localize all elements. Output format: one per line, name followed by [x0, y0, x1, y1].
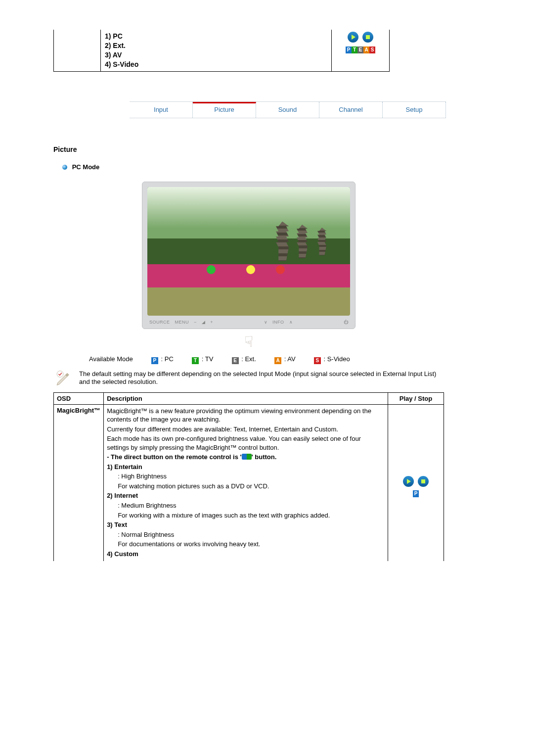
- stop-icon[interactable]: [418, 476, 429, 487]
- input-item: 4) S-Video: [105, 60, 327, 69]
- cell-playstop: P: [388, 404, 444, 561]
- section-title: Picture: [53, 145, 444, 153]
- bullet-icon: [62, 165, 67, 170]
- cell-osd: MagicBright™: [54, 404, 104, 561]
- badge-p: P: [346, 47, 352, 53]
- mode-badges: PTEAS: [336, 45, 385, 53]
- monitor-screen: [147, 187, 350, 316]
- badge-a: A: [363, 47, 369, 53]
- mode-badge-t: T: [192, 357, 199, 364]
- tab-setup[interactable]: Setup: [383, 102, 446, 118]
- remote-button-icon: [242, 454, 252, 460]
- osd-tabs: Input Picture Sound Channel Setup: [130, 101, 446, 118]
- mode-badge-a: A: [274, 357, 281, 364]
- svg-point-0: [57, 371, 63, 377]
- btn-info-label: INFO: [272, 320, 284, 325]
- input-item: 2) Ext.: [105, 41, 327, 50]
- play-stop-icons: [336, 32, 385, 44]
- hand-pointer-icon: ☟: [53, 333, 444, 350]
- btn-source-label: SOURCE: [149, 320, 170, 325]
- note: The default setting may be different dep…: [55, 370, 444, 387]
- badge-e: E: [357, 47, 363, 53]
- available-mode-legend: Available Mode P : PC T : TV E : Ext. A …: [89, 355, 444, 364]
- mode-badge-s: S: [314, 357, 321, 364]
- mode-badge-e: E: [232, 357, 239, 364]
- play-icon[interactable]: [348, 32, 358, 43]
- stop-icon[interactable]: [362, 32, 373, 43]
- sub-heading: PC Mode: [62, 163, 444, 171]
- th-playstop: Play / Stop: [388, 392, 444, 404]
- badge-p: P: [413, 490, 419, 497]
- previous-page-row-continuation: 1) PC 2) Ext. 3) AV 4) S-Video PTEAS: [53, 30, 390, 72]
- tab-sound[interactable]: Sound: [256, 102, 319, 118]
- cell-description: MagicBright™ is a new feature providing …: [104, 404, 388, 561]
- badge-s: S: [369, 47, 375, 53]
- input-item: 3) AV: [105, 50, 327, 60]
- note-text: The default setting may be different dep…: [79, 370, 444, 387]
- badge-t: T: [352, 47, 357, 53]
- play-icon[interactable]: [403, 476, 414, 487]
- th-osd: OSD: [54, 392, 104, 404]
- input-item: 1) PC: [105, 32, 327, 41]
- th-description: Description: [104, 392, 388, 404]
- description-table: OSD Description Play / Stop MagicBright™…: [53, 392, 444, 562]
- note-pencil-check-icon: [55, 370, 79, 387]
- sub-heading-text: PC Mode: [72, 163, 100, 171]
- tab-channel[interactable]: Channel: [319, 102, 383, 118]
- btn-menu-label: MENU: [175, 320, 189, 325]
- monitor-bezel-labels: SOURCE MENU − ◢ + ∨ INFO ∧ ⏻: [147, 320, 350, 325]
- mode-badge-p: P: [151, 357, 158, 364]
- tab-picture[interactable]: Picture: [193, 102, 256, 118]
- tab-input[interactable]: Input: [130, 102, 193, 118]
- product-monitor-illustration: SOURCE MENU − ◢ + ∨ INFO ∧ ⏻: [142, 182, 356, 329]
- available-mode-label: Available Mode: [89, 355, 133, 363]
